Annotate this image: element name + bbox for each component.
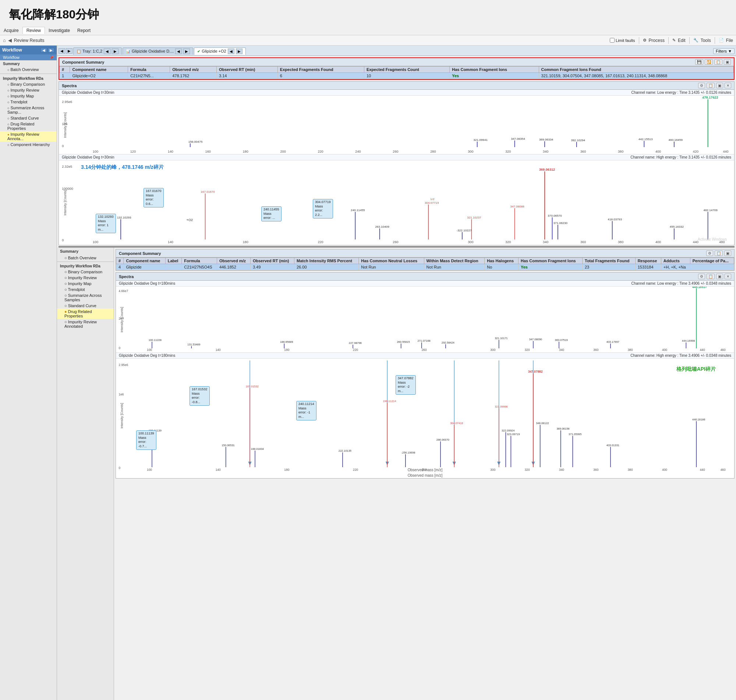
spb-btn3[interactable]: ▣: [716, 274, 723, 279]
sidebar-item-annotated-bottom[interactable]: ○ Impurity Review Annotated: [57, 319, 114, 329]
svg-text:Intensity [Counts]: Intensity [Counts]: [120, 403, 124, 428]
cs2-col-mass[interactable]: Within Mass Detect Region: [424, 258, 485, 264]
sidebar-item-hierarchy-top[interactable]: ○ Component Hierarchy: [0, 142, 57, 147]
cs-btn1[interactable]: 💾: [695, 59, 703, 65]
svg-text:446.18517: 446.18517: [692, 287, 707, 289]
cs-btn2[interactable]: 🔁: [705, 59, 713, 65]
sidebar-item-binary-comparison-top[interactable]: ○ Binary Comparison: [0, 81, 57, 87]
filters-button[interactable]: Filters ▼: [713, 48, 735, 54]
sidebar-item-trendplot-top[interactable]: ○ Trendplot: [0, 99, 57, 105]
cs2-col-label[interactable]: Label: [165, 258, 182, 264]
col-exp-found[interactable]: Expected Fragments Found: [277, 66, 364, 73]
tab-tray-next[interactable]: ▶: [112, 49, 118, 54]
cs2-col-halogens[interactable]: Has Halogens: [485, 258, 518, 264]
workflow-pin-icon[interactable]: 📌: [49, 56, 54, 60]
sidebar-item-summarize-bottom[interactable]: ○ Summarize Across Samples: [57, 293, 114, 303]
cs2-btn3[interactable]: ▣: [724, 250, 731, 256]
spb-btn2[interactable]: 📋: [707, 274, 715, 279]
tab-deg-next[interactable]: ▶: [183, 49, 190, 54]
sidebar-item-impurity-annotate-top[interactable]: ● Impurity Review Annota...: [0, 131, 57, 142]
col-rt[interactable]: Observed RT (min): [216, 66, 277, 73]
file-label[interactable]: File: [726, 38, 733, 43]
sp-btn2[interactable]: 📋: [707, 83, 715, 88]
tab-next-btn[interactable]: ▶: [66, 48, 72, 54]
cs2-rt: 3.49: [250, 264, 294, 271]
col-common-ions[interactable]: Common Fragment Ions Found: [539, 66, 733, 73]
filters-btn-container: Filters ▼: [713, 48, 735, 54]
sidebar-item-summarize-top[interactable]: ○ Summarize Across Samp...: [0, 105, 57, 115]
cs2-btn2[interactable]: 📋: [715, 250, 723, 256]
sidebar-item-binary-bottom[interactable]: ○ Binary Comparison: [57, 269, 114, 275]
svg-text:403.01331: 403.01331: [606, 444, 619, 447]
col-formula[interactable]: Formula: [128, 66, 170, 73]
menu-review[interactable]: Review: [22, 27, 45, 34]
cs-btn3[interactable]: 📋: [714, 59, 723, 65]
cs-btn4[interactable]: ▣: [724, 59, 731, 65]
svg-text:321.10237: 321.10237: [467, 216, 481, 219]
back-icon[interactable]: ◀: [8, 38, 12, 43]
col-mz[interactable]: Observed m/z: [170, 66, 217, 73]
svg-text:478.17622: 478.17622: [702, 96, 718, 99]
sidebar-item-standard-bottom[interactable]: ○ Standard Curve: [57, 303, 114, 309]
limit-faults-checkbox[interactable]: [610, 38, 615, 43]
tab-tray-prev[interactable]: ◀: [104, 49, 110, 54]
home-icon[interactable]: ⌂: [3, 38, 6, 43]
tab-glipizide-o2[interactable]: ✔ Glipizide +O2 ◀ ▶: [194, 47, 246, 55]
cs2-col-name[interactable]: Component name: [124, 258, 165, 264]
page-title: 氧化降解180分钟: [0, 0, 736, 26]
tab-prev-btn[interactable]: ◀: [59, 48, 65, 54]
workflow-expand-btn[interactable]: ▶: [48, 48, 54, 53]
tab-tray[interactable]: 📋 Tray: 1:C,2 ◀ ▶: [73, 47, 122, 55]
table-row[interactable]: 1 Glipizide+O2 C21H27N5... 478.1762 3.14…: [60, 73, 734, 79]
cs2-col-match[interactable]: Match Intensity RMS Percent: [294, 258, 358, 264]
tab-o2-next[interactable]: ▶: [236, 49, 243, 54]
sp-btn1[interactable]: ⚙: [698, 83, 705, 88]
spb-btn1[interactable]: ⚙: [698, 274, 705, 279]
menu-acquire[interactable]: Acquire: [0, 27, 22, 34]
cs2-col-num[interactable]: #: [116, 258, 124, 264]
process-label[interactable]: Process: [649, 38, 665, 43]
cs2-col-adducts[interactable]: Adducts: [661, 258, 690, 264]
sidebar-item-map-bottom[interactable]: ○ Impurity Map: [57, 281, 114, 287]
tools-label[interactable]: Tools: [701, 38, 711, 43]
tab-glipizide-deg[interactable]: 📊 Glipizide Oxidative D.... ◀ ▶: [122, 47, 193, 55]
workflow-collapse-btn[interactable]: ◀: [40, 48, 47, 53]
menu-report[interactable]: Report: [74, 27, 94, 34]
sidebar-item-batch-bottom[interactable]: ○ Batch Overview: [57, 255, 114, 261]
tab-deg-prev[interactable]: ◀: [175, 49, 182, 54]
sidebar-item-drug-bottom[interactable]: ● Drug Related Properties: [57, 309, 114, 319]
tab-o2-prev[interactable]: ◀: [228, 49, 234, 54]
sidebar-item-trend-bottom[interactable]: ○ Trendplot: [57, 287, 114, 293]
col-num[interactable]: #: [60, 66, 70, 73]
sidebar-item-impurity-bottom[interactable]: ○ Impurity Review: [57, 275, 114, 281]
col-name[interactable]: Component name: [70, 66, 128, 73]
low-energy-chart: 2.95e6 1e6 0 Intensity [Counts] 100 120 …: [59, 96, 734, 154]
sp-btn3[interactable]: ▣: [716, 83, 723, 88]
sidebar-item-batch-overview[interactable]: ○ Batch Overview: [0, 66, 57, 72]
cs2-col-mz[interactable]: Observed m/z: [217, 258, 250, 264]
cs2-adducts: +H, +K, +Na: [661, 264, 690, 271]
menu-investigate[interactable]: Investigate: [45, 27, 74, 34]
spb-btn4[interactable]: ✕: [724, 274, 731, 279]
sidebar-item-impurity-review-top[interactable]: ○ Impurity Review: [0, 87, 57, 93]
col-has-common[interactable]: Has Common Fragment Ions: [450, 66, 539, 73]
cs2-btn1[interactable]: ⚙: [706, 250, 713, 256]
sidebar-item-drug-related-top[interactable]: ○ Drug Related Properties: [0, 121, 57, 131]
cs2-col-response[interactable]: Response: [635, 258, 661, 264]
cs2-col-percentage[interactable]: Percentage of Pa...: [690, 258, 734, 264]
table-row[interactable]: 4 Glipizide C21H27N5O4S 446.1852 3.49 26…: [116, 264, 734, 271]
cs2-col-common[interactable]: Has Common Fragment Ions: [518, 258, 582, 264]
bottom-sidebar-group-impurity: Impurity Workflow RDa: [57, 263, 114, 269]
tab-tray-label: Tray: 1:C,2: [82, 49, 102, 53]
sidebar-item-impurity-map-top[interactable]: ○ Impurity Map: [0, 93, 57, 99]
cs2-col-neutral[interactable]: Has Common Neutral Losses: [359, 258, 424, 264]
cs2-col-rt[interactable]: Observed RT (min): [250, 258, 294, 264]
svg-text:460.16459: 460.16459: [669, 138, 683, 142]
cs2-col-formula[interactable]: Formula: [182, 258, 217, 264]
cs2-col-total[interactable]: Total Fragments Found: [582, 258, 635, 264]
edit-label[interactable]: Edit: [678, 38, 686, 43]
low-energy-svg: 2.95e6 1e6 0 Intensity [Counts] 100 120 …: [59, 96, 734, 154]
sp-btn4[interactable]: ✕: [724, 83, 731, 88]
col-exp-count[interactable]: Expected Fragments Count: [364, 66, 449, 73]
sidebar-item-standard-curve-top[interactable]: ○ Standard Curve: [0, 115, 57, 121]
